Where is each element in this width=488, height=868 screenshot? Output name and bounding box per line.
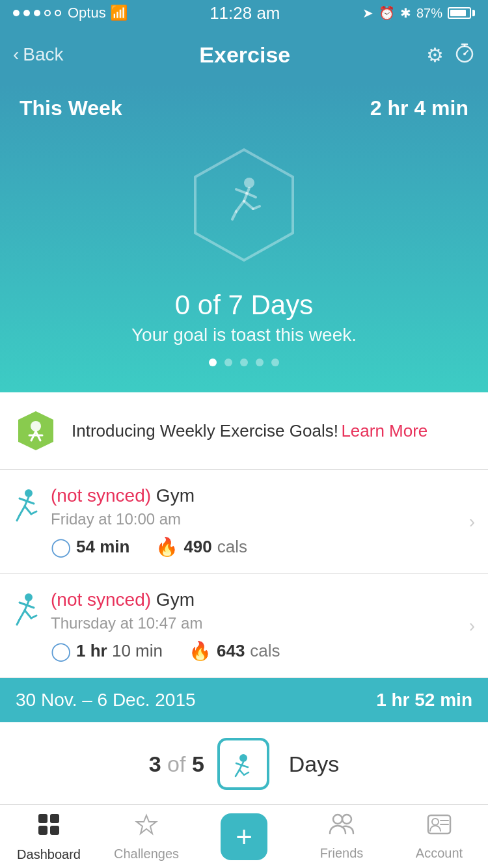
svg-line-30 bbox=[27, 605, 34, 608]
exercise-title-2: (not synced) Gym bbox=[51, 590, 475, 610]
tab-account[interactable]: Account bbox=[390, 805, 488, 868]
tab-challenges[interactable]: Challenges bbox=[98, 805, 195, 868]
content-section: Introducing Weekly Exercise Goals! Learn… bbox=[0, 392, 488, 806]
goals-intro-text: Introducing Weekly Exercise Goals! bbox=[72, 421, 338, 441]
svg-line-38 bbox=[241, 765, 248, 767]
calories-unit-2: cals bbox=[250, 641, 280, 661]
runner-icon bbox=[218, 174, 270, 236]
chevron-right-icon-2: › bbox=[469, 616, 475, 636]
signal-dot-3 bbox=[34, 10, 40, 16]
not-synced-label-2: (not synced) bbox=[51, 590, 151, 610]
svg-line-21 bbox=[20, 498, 27, 501]
nav-bar: ‹ Back Exercise ⚙ bbox=[0, 26, 488, 83]
hero-week-row: This Week 2 hr 4 min bbox=[20, 96, 468, 120]
calories-value-1: 490 bbox=[183, 537, 211, 557]
prev-week-days-label: Days bbox=[289, 752, 339, 777]
account-icon bbox=[426, 813, 452, 842]
svg-line-12 bbox=[244, 201, 253, 209]
week-banner: 30 Nov. – 6 Dec. 2015 1 hr 52 min bbox=[0, 678, 488, 722]
dot-5[interactable] bbox=[271, 359, 279, 366]
dashboard-icon bbox=[36, 811, 62, 843]
svg-line-22 bbox=[27, 501, 34, 504]
dot-3[interactable] bbox=[240, 359, 248, 366]
svg-line-25 bbox=[25, 506, 31, 514]
wifi-icon: 📶 bbox=[110, 5, 128, 21]
svg-rect-43 bbox=[50, 814, 59, 823]
svg-line-32 bbox=[17, 619, 20, 625]
exercise-datetime-2: Thursday at 10:47 am bbox=[51, 614, 475, 632]
status-left: Optus 📶 bbox=[13, 5, 128, 21]
svg-point-50 bbox=[432, 819, 439, 825]
exercise-item-2[interactable]: (not synced) Gym Thursday at 10:47 am ◯ … bbox=[0, 574, 488, 678]
friends-icon bbox=[329, 813, 355, 842]
tab-dashboard[interactable]: Dashboard bbox=[0, 805, 98, 868]
duration-value-2: 1 hr 10 min bbox=[76, 641, 163, 661]
prev-week-total: 5 bbox=[192, 752, 204, 776]
goals-text: Introducing Weekly Exercise Goals! Learn… bbox=[72, 419, 427, 442]
location-icon: ➤ bbox=[362, 5, 373, 21]
svg-line-34 bbox=[31, 616, 36, 618]
not-synced-label-1: (not synced) bbox=[51, 485, 151, 506]
signal-dot-2 bbox=[23, 10, 30, 16]
fire-icon-1: 🔥 bbox=[156, 536, 178, 558]
svg-line-26 bbox=[31, 511, 36, 514]
status-bar: Optus 📶 11:28 am ➤ ⏰ ✱ 87% bbox=[0, 0, 488, 26]
prev-week-row: 3 of 5 Days bbox=[0, 722, 488, 806]
signal-dot-4 bbox=[44, 10, 51, 16]
exercise-details-1: (not synced) Gym Friday at 10:00 am ◯ 54… bbox=[51, 485, 475, 558]
signal-dot-5 bbox=[55, 10, 61, 16]
exercise-name-1: Gym bbox=[156, 485, 195, 506]
tab-challenges-label: Challenges bbox=[114, 847, 179, 861]
svg-line-11 bbox=[232, 211, 236, 219]
hexagon-wrap bbox=[179, 140, 309, 270]
carrier-label: Optus bbox=[68, 5, 106, 21]
fire-icon-2: 🔥 bbox=[189, 640, 211, 662]
svg-line-24 bbox=[17, 515, 20, 521]
hero-stats: 0 of 7 Days Your goal is toast this week… bbox=[20, 290, 468, 346]
alarm-icon: ⏰ bbox=[379, 5, 395, 21]
learn-more-link[interactable]: Learn More bbox=[341, 421, 427, 441]
week-dates: 30 Nov. – 6 Dec. 2015 bbox=[16, 690, 196, 711]
tab-account-label: Account bbox=[416, 846, 463, 861]
svg-line-9 bbox=[247, 193, 256, 197]
bluetooth-icon: ✱ bbox=[400, 5, 411, 21]
status-right: ➤ ⏰ ✱ 87% bbox=[362, 5, 475, 21]
hero-section: This Week 2 hr 4 min bbox=[0, 83, 488, 392]
back-button[interactable]: ‹ Back bbox=[13, 44, 64, 65]
svg-point-47 bbox=[333, 815, 342, 824]
tab-dashboard-label: Dashboard bbox=[17, 847, 81, 862]
svg-line-23 bbox=[20, 506, 25, 515]
back-label: Back bbox=[23, 44, 63, 65]
page-title: Exercise bbox=[199, 42, 290, 68]
svg-point-19 bbox=[25, 489, 33, 497]
dot-4[interactable] bbox=[256, 359, 264, 366]
exercise-item-1[interactable]: (not synced) Gym Friday at 10:00 am ◯ 54… bbox=[0, 470, 488, 574]
dot-1[interactable] bbox=[209, 359, 217, 366]
svg-rect-45 bbox=[50, 826, 59, 835]
svg-point-4 bbox=[463, 53, 466, 55]
chevron-right-icon-1: › bbox=[469, 511, 475, 532]
svg-line-41 bbox=[244, 772, 249, 775]
exercise-details-2: (not synced) Gym Thursday at 10:47 am ◯ … bbox=[51, 590, 475, 662]
tab-add[interactable]: + bbox=[195, 805, 293, 868]
calories-unit-1: cals bbox=[217, 537, 247, 557]
nav-actions: ⚙ bbox=[426, 42, 475, 68]
settings-icon[interactable]: ⚙ bbox=[426, 44, 444, 66]
goals-banner[interactable]: Introducing Weekly Exercise Goals! Learn… bbox=[0, 392, 488, 470]
tab-friends[interactable]: Friends bbox=[293, 805, 390, 868]
svg-line-31 bbox=[20, 610, 25, 619]
days-progress: 0 of 7 Days bbox=[20, 290, 468, 321]
exercise-name-2: Gym bbox=[156, 590, 195, 610]
svg-point-6 bbox=[244, 178, 254, 188]
svg-point-15 bbox=[31, 421, 41, 431]
dot-2[interactable] bbox=[224, 359, 232, 366]
svg-line-40 bbox=[239, 770, 244, 775]
svg-point-48 bbox=[342, 815, 351, 824]
timer-icon[interactable] bbox=[454, 42, 475, 68]
exercise-datetime-1: Friday at 10:00 am bbox=[51, 510, 475, 528]
add-button-icon[interactable]: + bbox=[221, 813, 267, 860]
prev-week-current: 3 bbox=[149, 752, 161, 776]
battery-icon bbox=[448, 7, 475, 19]
exercise-figure-icon-1 bbox=[13, 488, 40, 528]
chevron-left-icon: ‹ bbox=[13, 44, 19, 65]
